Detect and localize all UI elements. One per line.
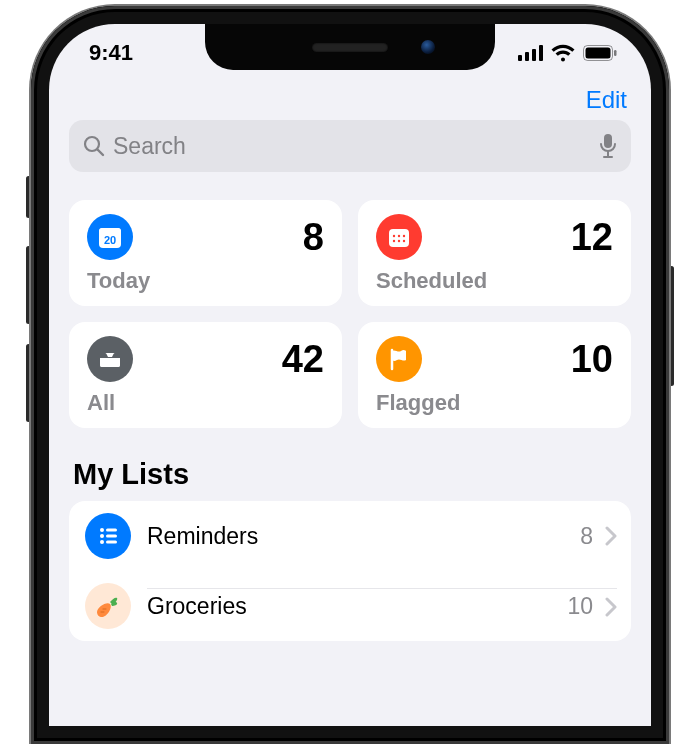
calendar-today-icon: 20 [87, 214, 133, 260]
svg-rect-5 [586, 48, 611, 59]
microphone-icon[interactable] [599, 133, 617, 159]
phone-mockup: 9:41 [31, 6, 669, 744]
smart-list-label: All [87, 390, 324, 416]
search-icon [83, 135, 105, 157]
wifi-icon [551, 44, 575, 62]
tray-icon [87, 336, 133, 382]
smart-list-scheduled[interactable]: 12 Scheduled [358, 200, 631, 306]
svg-point-22 [100, 528, 104, 532]
svg-point-16 [393, 235, 395, 237]
svg-rect-9 [604, 134, 612, 148]
smart-list-count: 42 [282, 338, 324, 381]
svg-point-18 [403, 235, 405, 237]
svg-point-19 [393, 240, 395, 242]
flag-icon [376, 336, 422, 382]
svg-rect-25 [106, 529, 117, 532]
list-title: Reminders [147, 523, 568, 550]
list-row-reminders[interactable]: Reminders 8 [69, 501, 631, 571]
svg-point-20 [398, 240, 400, 242]
front-camera [421, 40, 435, 54]
smart-list-today[interactable]: 20 8 Today [69, 200, 342, 306]
svg-text:20: 20 [104, 234, 116, 246]
phone-frame: 9:41 [31, 6, 669, 744]
svg-line-8 [98, 150, 104, 156]
smart-list-label: Scheduled [376, 268, 613, 294]
svg-rect-2 [532, 49, 536, 61]
speaker [312, 43, 388, 52]
svg-rect-6 [614, 50, 617, 56]
svg-rect-26 [106, 535, 117, 538]
list-bullet-icon [85, 513, 131, 559]
smart-list-count: 8 [303, 216, 324, 259]
svg-point-23 [100, 534, 104, 538]
list-title: Groceries [147, 593, 555, 620]
search-container [49, 120, 651, 186]
smart-list-all[interactable]: 42 All [69, 322, 342, 428]
carrot-icon [85, 583, 131, 629]
list-count: 10 [567, 593, 593, 620]
chevron-right-icon [605, 597, 617, 617]
search-input[interactable] [113, 133, 591, 160]
smart-lists-grid: 20 8 Today [49, 186, 651, 436]
smart-list-count: 10 [571, 338, 613, 381]
smart-list-label: Flagged [376, 390, 613, 416]
smart-list-count: 12 [571, 216, 613, 259]
smart-list-label: Today [87, 268, 324, 294]
calendar-icon [376, 214, 422, 260]
status-indicators [518, 44, 617, 62]
smart-list-flagged[interactable]: 10 Flagged [358, 322, 631, 428]
svg-rect-27 [106, 541, 117, 544]
notch [205, 24, 495, 70]
nav-bar: Edit [49, 82, 651, 120]
status-time: 9:41 [89, 40, 133, 66]
cellular-icon [518, 45, 543, 61]
svg-rect-1 [525, 52, 529, 61]
chevron-right-icon [605, 526, 617, 546]
list-row-groceries[interactable]: Groceries 10 [69, 571, 631, 641]
battery-icon [583, 45, 617, 61]
edit-button[interactable]: Edit [586, 86, 627, 114]
my-lists: Reminders 8 [69, 501, 631, 641]
side-button [669, 266, 674, 386]
svg-point-17 [398, 235, 400, 237]
svg-rect-0 [518, 55, 522, 61]
svg-point-24 [100, 540, 104, 544]
svg-rect-15 [389, 229, 409, 247]
my-lists-heading: My Lists [49, 436, 651, 501]
search-field[interactable] [69, 120, 631, 172]
svg-rect-3 [539, 45, 543, 61]
screen: 9:41 [49, 24, 651, 726]
list-count: 8 [580, 523, 593, 550]
svg-point-21 [403, 240, 405, 242]
